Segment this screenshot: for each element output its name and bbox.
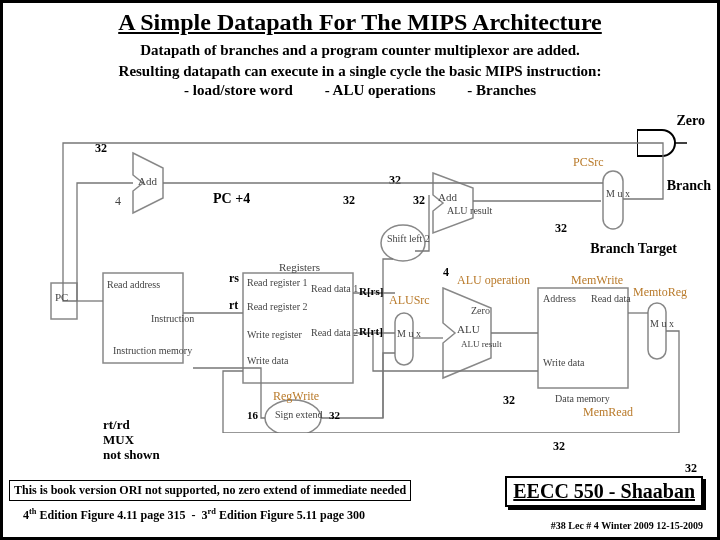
- instruction-memory: Instruction memory: [113, 345, 178, 356]
- alu-zero: Zero: [471, 305, 490, 316]
- edition-refs: 4th Edition Figure 4.11 page 315 - 3rd E…: [23, 507, 365, 523]
- alu-block: ALU: [457, 323, 480, 335]
- write-data: Write data: [247, 355, 297, 366]
- slide: A Simple Datapath For The MIPS Architect…: [0, 0, 720, 540]
- rt-rd-line3: not shown: [103, 447, 160, 462]
- bullet-row: - load/store word - ALU operations - Bra…: [3, 82, 717, 99]
- page-title: A Simple Datapath For The MIPS Architect…: [3, 9, 717, 36]
- bus-width-32-final: 32: [685, 461, 697, 476]
- rt-rd-line1: rt/rd: [103, 417, 130, 432]
- pcsrc-signal: PCSrc: [573, 155, 604, 170]
- memwrite-signal: MemWrite: [571, 273, 623, 288]
- aluop-signal: ALU operation: [457, 273, 530, 288]
- mux-memtoreg: M u x: [650, 319, 674, 329]
- read-reg1: Read register 1: [247, 277, 297, 288]
- rs-label: rs: [229, 271, 239, 286]
- zero-label: Zero: [676, 113, 705, 129]
- sign-extend: Sign extend: [275, 409, 311, 420]
- datapath-diagram: 4 PC Add Add ALU result M u x Shift left…: [43, 133, 683, 433]
- bullet-load-store: - load/store word: [184, 82, 293, 98]
- slide-info: #38 Lec # 4 Winter 2009 12-15-2009: [551, 520, 703, 531]
- bus-width-16: 16: [247, 409, 258, 421]
- rt-rd-line2: MUX: [103, 432, 134, 447]
- rt-rd-mux-note: rt/rd MUX not shown: [103, 418, 160, 463]
- bus-width-4: 4: [443, 265, 449, 280]
- data-memory: Data memory: [555, 393, 615, 404]
- bus-width-32-memaddr: 32: [553, 439, 565, 454]
- read-data2: Read data 2: [311, 327, 353, 338]
- registers-block: Registers: [279, 261, 320, 273]
- regwrite-signal: RegWrite: [273, 389, 319, 404]
- read-data1: Read data 1: [311, 283, 353, 294]
- r-rt-label: R[rt]: [359, 325, 383, 337]
- memtoreg-signal: MemtoReg: [633, 285, 687, 300]
- svg-rect-10: [648, 303, 666, 359]
- mem-address: Address: [543, 293, 576, 304]
- svg-rect-8: [395, 313, 413, 365]
- mux-alusrc: M u x: [397, 329, 421, 339]
- mem-write-data: Write data: [543, 357, 579, 368]
- read-address: Read address: [107, 279, 157, 290]
- bus-width-32-aluout: 32: [503, 393, 515, 408]
- shift-block: Shift left 2: [387, 233, 419, 244]
- bus-width-32-sign: 32: [329, 409, 340, 421]
- mem-read-data: Read data: [591, 293, 627, 304]
- svg-text:4: 4: [115, 194, 121, 208]
- instruction-out: Instruction: [151, 313, 194, 324]
- bullet-branches: - Branches: [467, 82, 536, 98]
- memread-signal: MemRead: [583, 405, 633, 420]
- course-badge: EECC 550 - Shaaban: [505, 476, 703, 507]
- add2-block: Add: [438, 191, 457, 203]
- pc-block: PC: [55, 291, 68, 303]
- footer-note: This is book version ORI not supported, …: [9, 480, 411, 501]
- bullet-alu-ops: - ALU operations: [325, 82, 436, 98]
- write-reg: Write register: [247, 329, 297, 340]
- rt-label: rt: [229, 298, 238, 313]
- r-rs-label: R[rs]: [359, 285, 383, 297]
- alu-result-label: ALU result: [447, 205, 492, 216]
- subtitle: Datapath of branches and a program count…: [3, 42, 717, 59]
- add1-block: Add: [138, 175, 157, 187]
- svg-rect-5: [603, 171, 623, 229]
- mux-top: M u x: [606, 189, 630, 199]
- alu-result2: ALU result: [461, 339, 495, 349]
- read-reg2: Read register 2: [247, 301, 297, 312]
- description: Resulting datapath can execute in a sing…: [3, 63, 717, 80]
- alusrc-signal: ALUSrc: [389, 293, 430, 308]
